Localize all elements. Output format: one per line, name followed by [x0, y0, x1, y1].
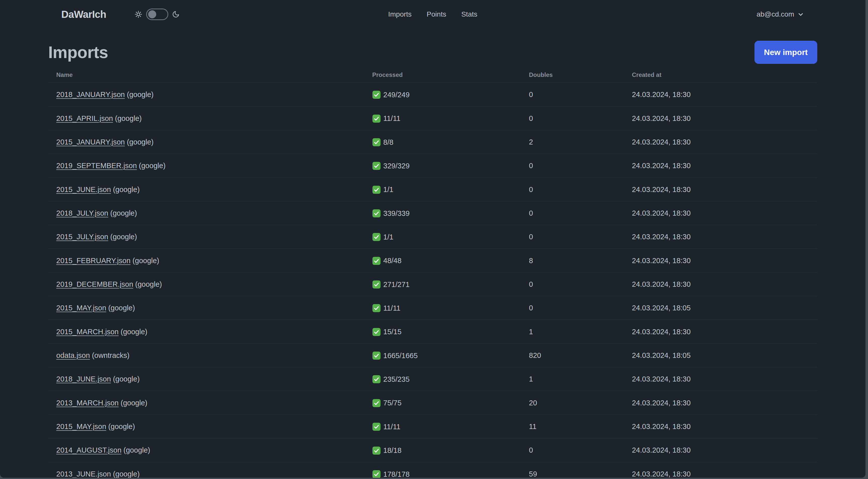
- processed-cell: 18/18: [364, 438, 521, 462]
- doubles-cell: 1: [521, 367, 624, 391]
- account-menu[interactable]: ab@cd.com: [756, 10, 804, 18]
- import-name-cell: 2018_JUNE.json (google): [48, 367, 364, 391]
- page-content: DaWarIch Imports Points Stats: [0, 0, 866, 478]
- theme-toggle-knob: [148, 10, 156, 18]
- imports-page: Imports New import Name Processed Double…: [48, 41, 817, 478]
- processed-count: 1/1: [383, 233, 393, 241]
- check-icon: [372, 351, 381, 360]
- doubles-cell: 2: [521, 130, 624, 154]
- import-file-link[interactable]: 2015_JULY.json: [56, 233, 108, 241]
- processed-count: 178/178: [383, 470, 410, 478]
- import-source: (owntracks): [90, 351, 130, 359]
- processed-count: 75/75: [383, 399, 402, 407]
- import-file-link[interactable]: 2013_JUNE.json: [56, 470, 111, 478]
- table-row: 2018_JANUARY.json (google)249/249024.03.…: [48, 83, 817, 106]
- import-name-cell: 2019_DECEMBER.json (google): [48, 272, 364, 296]
- table-row: 2015_MAY.json (google)11/11024.03.2024, …: [48, 296, 817, 320]
- created-at-cell: 24.03.2024, 18:30: [624, 415, 817, 438]
- import-source: (google): [111, 470, 140, 478]
- import-name-cell: 2018_JULY.json (google): [48, 201, 364, 225]
- check-icon: [372, 138, 381, 147]
- processed-cell: 75/75: [364, 391, 521, 414]
- processed-cell: 1665/1665: [364, 343, 521, 367]
- import-file-link[interactable]: 2015_MAY.json: [56, 422, 106, 430]
- app-logo[interactable]: DaWarIch: [61, 9, 106, 20]
- import-source: (google): [125, 90, 153, 98]
- created-at-cell: 24.03.2024, 18:05: [624, 343, 817, 367]
- processed-cell: 271/271: [364, 272, 521, 296]
- processed-count: 339/339: [383, 209, 410, 217]
- import-file-link[interactable]: 2013_MARCH.json: [56, 399, 119, 407]
- import-file-link[interactable]: 2018_JANUARY.json: [56, 90, 125, 98]
- doubles-cell: 11: [521, 415, 624, 438]
- import-file-link[interactable]: 2019_DECEMBER.json: [56, 280, 133, 288]
- nav-link-imports[interactable]: Imports: [381, 7, 419, 22]
- nav-link-stats[interactable]: Stats: [454, 7, 485, 22]
- import-source: (google): [137, 161, 165, 170]
- check-icon: [372, 114, 381, 123]
- page-title: Imports: [48, 43, 108, 62]
- check-icon: [372, 328, 381, 336]
- table-row: 2013_MARCH.json (google)75/752024.03.202…: [48, 391, 817, 414]
- created-at-cell: 24.03.2024, 18:30: [624, 367, 817, 391]
- import-file-link[interactable]: 2018_JULY.json: [56, 209, 108, 217]
- doubles-cell: 8: [521, 248, 624, 272]
- import-source: (google): [108, 209, 137, 217]
- check-icon: [372, 280, 381, 289]
- theme-toggle[interactable]: [146, 8, 168, 20]
- import-file-link[interactable]: 2015_JANUARY.json: [56, 138, 125, 146]
- created-at-cell: 24.03.2024, 18:05: [624, 296, 817, 320]
- column-header-processed: Processed: [364, 68, 521, 83]
- import-file-link[interactable]: 2015_APRIL.json: [56, 114, 113, 122]
- check-icon: [372, 161, 381, 170]
- created-at-cell: 24.03.2024, 18:30: [624, 130, 817, 154]
- import-file-link[interactable]: odata.json: [56, 351, 90, 359]
- processed-count: 249/249: [383, 91, 410, 99]
- table-row: 2019_DECEMBER.json (google)271/271024.03…: [48, 272, 817, 296]
- doubles-cell: 0: [521, 106, 624, 130]
- import-source: (google): [106, 304, 135, 312]
- check-icon: [372, 446, 381, 455]
- processed-count: 18/18: [383, 447, 402, 455]
- import-file-link[interactable]: 2019_SEPTEMBER.json: [56, 161, 137, 170]
- processed-cell: 339/339: [364, 201, 521, 225]
- created-at-cell: 24.03.2024, 18:30: [624, 201, 817, 225]
- import-file-link[interactable]: 2015_FEBRUARY.json: [56, 257, 131, 265]
- doubles-cell: 0: [521, 296, 624, 320]
- check-icon: [372, 304, 381, 312]
- processed-cell: 1/1: [364, 177, 521, 201]
- processed-cell: 48/48: [364, 248, 521, 272]
- import-name-cell: 2015_JANUARY.json (google): [48, 130, 364, 154]
- imports-table-body: 2018_JANUARY.json (google)249/249024.03.…: [48, 83, 817, 478]
- import-file-link[interactable]: 2015_JUNE.json: [56, 185, 111, 193]
- table-row: 2015_MAY.json (google)11/111124.03.2024,…: [48, 415, 817, 438]
- processed-count: 11/11: [383, 304, 400, 312]
- doubles-cell: 820: [521, 343, 624, 367]
- table-row: 2015_MARCH.json (google)15/15124.03.2024…: [48, 320, 817, 343]
- table-row: 2018_JUNE.json (google)235/235124.03.202…: [48, 367, 817, 391]
- import-file-link[interactable]: 2014_AUGUST.json: [56, 446, 122, 454]
- table-row: odata.json (owntracks)1665/166582024.03.…: [48, 343, 817, 367]
- check-icon: [372, 209, 381, 218]
- processed-cell: 329/329: [364, 154, 521, 177]
- created-at-cell: 24.03.2024, 18:30: [624, 83, 817, 106]
- navbar: DaWarIch Imports Points Stats: [0, 0, 866, 29]
- nav-link-points[interactable]: Points: [419, 7, 454, 22]
- table-row: 2013_JUNE.json (google)178/1785924.03.20…: [48, 462, 817, 478]
- check-icon: [372, 422, 381, 431]
- import-name-cell: 2019_SEPTEMBER.json (google): [48, 154, 364, 177]
- new-import-button[interactable]: New import: [754, 41, 817, 64]
- import-source: (google): [122, 446, 150, 454]
- chevron-down-icon: [797, 11, 804, 18]
- import-name-cell: 2013_MARCH.json (google): [48, 391, 364, 414]
- doubles-cell: 0: [521, 438, 624, 462]
- import-file-link[interactable]: 2015_MAY.json: [56, 304, 106, 312]
- import-file-link[interactable]: 2015_MARCH.json: [56, 328, 119, 336]
- processed-cell: 11/11: [364, 296, 521, 320]
- created-at-cell: 24.03.2024, 18:30: [624, 462, 817, 478]
- import-file-link[interactable]: 2018_JUNE.json: [56, 375, 111, 383]
- import-name-cell: 2015_FEBRUARY.json (google): [48, 248, 364, 272]
- processed-count: 235/235: [383, 375, 410, 383]
- doubles-cell: 0: [521, 201, 624, 225]
- check-icon: [372, 399, 381, 408]
